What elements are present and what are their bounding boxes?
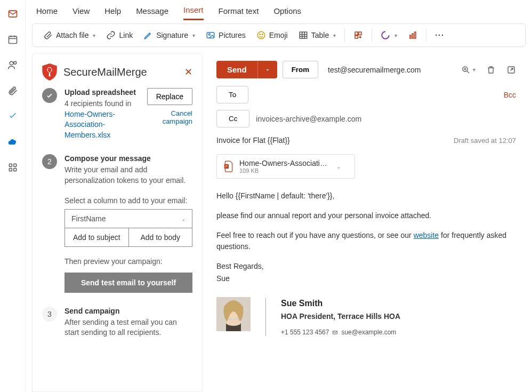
signature: Sue Smith HOA President, Terrace Hills H… [216, 297, 516, 337]
spreadsheet-filename-link[interactable]: Home-Owners-Association-Members.xlsx [65, 109, 142, 141]
svg-rect-23 [355, 36, 358, 38]
svg-rect-25 [412, 34, 413, 38]
preview-label: Then preview your campaign: [65, 257, 192, 267]
chevron-down-icon [264, 67, 271, 73]
send-test-button[interactable]: Send test email to yourself [65, 273, 192, 293]
step-1: Upload spreadsheet 4 recipients found in… [42, 88, 192, 140]
signature-title: HOA President, Terrace Hills HOA [281, 311, 400, 322]
svg-point-5 [10, 61, 13, 65]
chevron-down-icon: ▾ [394, 33, 397, 38]
ribbon-table-label: Table [311, 31, 329, 39]
zoom-button[interactable]: ▾ [461, 65, 475, 75]
add-to-subject-button[interactable]: Add to subject [65, 228, 128, 247]
svg-rect-21 [355, 32, 358, 35]
loop-icon [381, 30, 390, 40]
calendar-icon[interactable] [7, 34, 18, 45]
trash-icon [486, 65, 496, 75]
ribbon-signature[interactable]: Signature ▾ [139, 27, 199, 43]
separator [372, 29, 372, 42]
attach-icon[interactable] [7, 85, 18, 96]
svg-point-38 [226, 319, 241, 326]
chevron-down-icon: ▾ [333, 33, 336, 38]
people-icon[interactable] [7, 60, 18, 70]
body-line-1: Hello {{FirstName | default: 'there'}}, [216, 190, 516, 202]
step-2: 2 Compose your message Write your email … [42, 154, 192, 292]
step-3-title: Send campaign [65, 307, 192, 315]
ribbon-loop[interactable]: ▾ [376, 27, 401, 43]
from-email: test@securemailmerge.com [324, 66, 425, 74]
emoji-icon [256, 30, 266, 40]
step-1-recipients: 4 recipients found in [65, 99, 142, 109]
svg-rect-8 [13, 164, 16, 166]
tab-options[interactable]: Options [273, 6, 301, 20]
cc-field[interactable]: invoices-archive@example.com [256, 115, 516, 123]
ribbon-table[interactable]: Table ▾ [294, 27, 340, 43]
svg-point-15 [262, 34, 263, 35]
tab-format-text[interactable]: Format text [219, 6, 259, 20]
apps-grid-icon [353, 30, 363, 40]
compose-area: Send From test@securemailmerge.com ▾ [209, 53, 526, 392]
ribbon-attach-label: Attach file [56, 31, 88, 39]
todo-icon[interactable] [7, 111, 18, 122]
send-split-button[interactable] [257, 61, 277, 78]
chevron-down-icon: ⌄ [181, 216, 186, 222]
body-line-2: please find our annual report and your p… [216, 210, 516, 221]
attachment-chip[interactable]: P Home-Owners-Association-R... 109 KB ⌄ [216, 154, 355, 179]
mail-icon[interactable] [7, 9, 18, 19]
svg-point-14 [260, 34, 261, 35]
securemailmerge-logo-icon [42, 63, 57, 81]
ribbon-poll[interactable] [404, 27, 422, 43]
attachment-size: 109 KB [239, 167, 330, 174]
body-line-3: Feel free to reach out if you have any q… [216, 230, 516, 252]
tab-message[interactable]: Message [136, 6, 168, 20]
from-button[interactable]: From [283, 61, 318, 78]
step-3-indicator: 3 [42, 307, 57, 322]
email-body[interactable]: Hello {{FirstName | default: 'there'}}, … [209, 181, 526, 347]
ribbon-attach-file[interactable]: Attach file ▾ [39, 27, 100, 43]
add-to-body-button[interactable]: Add to body [128, 228, 193, 247]
file-icon: P [223, 160, 234, 173]
tab-view[interactable]: View [72, 6, 90, 20]
picture-icon [206, 30, 215, 40]
tab-help[interactable]: Help [104, 6, 121, 20]
step-2-indicator: 2 [42, 154, 57, 169]
svg-rect-16 [300, 32, 307, 38]
pen-icon [143, 30, 153, 40]
step-1-indicator [42, 88, 57, 103]
chevron-down-icon: ▾ [93, 33, 95, 38]
paperclip-icon [43, 30, 53, 40]
ribbon-pictures[interactable]: Pictures [201, 27, 250, 43]
cancel-campaign-link[interactable]: Cancel campaign [147, 109, 192, 125]
panel-close-button[interactable]: ✕ [184, 66, 192, 78]
svg-rect-7 [9, 164, 12, 166]
popout-icon [506, 65, 516, 75]
replace-button[interactable]: Replace [147, 88, 192, 105]
chevron-down-icon: ▾ [473, 67, 475, 73]
discard-button[interactable] [486, 65, 496, 75]
ribbon-emoji[interactable]: Emoji [252, 27, 292, 43]
body-line-5: Sue [216, 273, 516, 284]
send-button[interactable]: Send [216, 61, 257, 78]
cc-button[interactable]: Cc [216, 110, 249, 127]
signature-email: sue@example.com [341, 327, 396, 337]
popout-button[interactable] [506, 65, 516, 75]
step-3: 3 Send campaign After sending a test ema… [42, 307, 192, 338]
bcc-toggle[interactable]: Bcc [504, 91, 516, 99]
body-line-4: Best Regards, [216, 261, 516, 272]
ribbon-link[interactable]: Link [102, 27, 137, 43]
tab-home[interactable]: Home [36, 6, 58, 20]
ribbon-pictures-label: Pictures [219, 31, 246, 39]
apps-icon[interactable] [7, 162, 18, 173]
tab-insert[interactable]: Insert [183, 5, 204, 20]
subject-field[interactable]: Invoice for Flat {{Flat}} [216, 136, 290, 145]
ribbon-apps[interactable] [349, 27, 367, 43]
check-icon [46, 92, 53, 99]
to-button[interactable]: To [216, 86, 248, 103]
onedrive-icon[interactable] [7, 137, 18, 147]
zoom-icon [461, 65, 471, 75]
ribbon-more[interactable]: ··· [431, 31, 449, 39]
column-select[interactable]: FirstName ⌄ [65, 209, 192, 228]
signature-phone: +1 555 123 4567 [281, 327, 329, 337]
ribbon-emoji-label: Emoji [269, 31, 288, 39]
website-link[interactable]: website [414, 231, 439, 239]
